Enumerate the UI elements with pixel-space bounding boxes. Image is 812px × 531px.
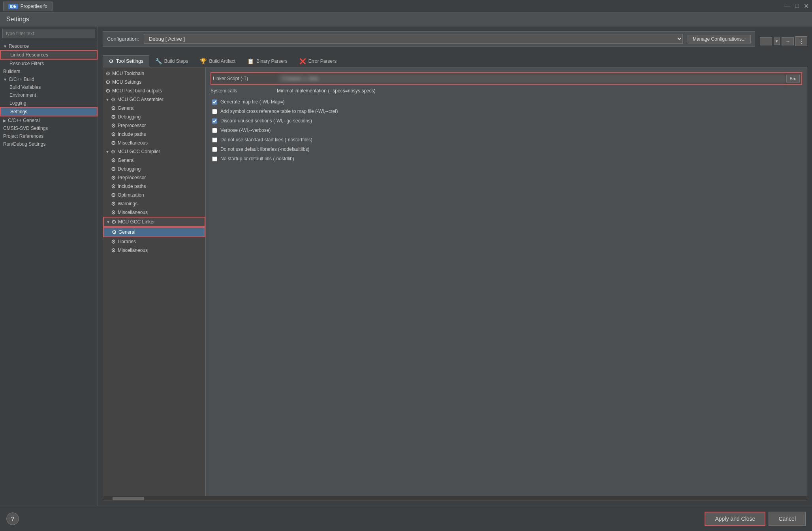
tool-tree-label: Include paths [118, 131, 146, 137]
tool-tree-assembler-miscellaneous[interactable]: ⚙ Miscellaneous [103, 139, 205, 147]
forward-button[interactable]: → [782, 37, 794, 45]
tab-build-steps[interactable]: 🔧 Build Steps [149, 55, 194, 67]
tab-tool-settings[interactable]: ⚙ Tool Settings [103, 55, 149, 68]
tool-tree-compiler-miscellaneous[interactable]: ⚙ Miscellaneous [103, 208, 205, 217]
tool-node-icon: ⚙ [111, 148, 116, 155]
sidebar-item-build-variables[interactable]: Build Variables [0, 83, 98, 91]
settings-menu-button[interactable]: ⋮ [795, 36, 807, 46]
sidebar-item-settings[interactable]: Settings [0, 107, 98, 116]
error-parsers-icon: ❌ [299, 58, 306, 64]
sidebar-item-project-references[interactable]: Project References [0, 132, 98, 140]
tool-tree-mcu-gcc-assembler[interactable]: ▼ ⚙ MCU GCC Assembler [103, 95, 205, 104]
tool-tree-assembler-general[interactable]: ⚙ General [103, 104, 205, 113]
no-start-files-checkbox[interactable] [212, 137, 217, 143]
sidebar-item-environment[interactable]: Environment [0, 91, 98, 99]
tool-tree-compiler-general[interactable]: ⚙ General [103, 156, 205, 165]
tool-tree-linker-miscellaneous[interactable]: ⚙ Miscellaneous [103, 246, 205, 255]
tool-node-icon: ⚙ [111, 140, 116, 146]
linker-script-browse-button[interactable]: Brc [786, 75, 800, 83]
tool-tree-compiler-optimization[interactable]: ⚙ Optimization [103, 191, 205, 199]
linker-script-input[interactable] [279, 75, 785, 83]
expand-arrow: ▼ [106, 220, 110, 224]
tool-tree-label: Optimization [118, 192, 144, 198]
tool-tree-mcu-post-build[interactable]: ⚙ MCU Post build outputs [103, 86, 205, 95]
close-button[interactable]: ✕ [804, 2, 809, 10]
add-symbol-label: Add symbol cross reference table to map … [220, 109, 338, 114]
sidebar-item-builders[interactable]: Builders [0, 68, 98, 75]
checkbox-no-startup-default-libs: No startup or default libs (-nostdlib) [211, 155, 802, 162]
tab-error-parsers[interactable]: ❌ Error Parsers [293, 55, 342, 67]
no-startup-default-libs-checkbox[interactable] [212, 156, 217, 161]
title-bar: IDE Properties fo — □ ✕ [0, 0, 812, 13]
tool-tree-assembler-preprocessor[interactable]: ⚙ Preprocessor [103, 121, 205, 130]
tool-tree-label: Miscellaneous [118, 210, 148, 215]
left-tree: ▼ Resource Linked Resources Resource Fil… [0, 41, 98, 506]
manage-configurations-button[interactable]: Manage Configurations... [688, 35, 751, 43]
apply-and-close-button[interactable]: Apply and Close [705, 512, 765, 526]
tab-label: Tool Settings [116, 58, 143, 64]
sidebar-item-cmsis-svd[interactable]: CMSIS-SVD Settings [0, 124, 98, 132]
discard-unused-checkbox[interactable] [212, 118, 217, 124]
checkbox-add-symbol: Add symbol cross reference table to map … [211, 108, 802, 115]
add-symbol-checkbox[interactable] [212, 109, 217, 114]
tool-tree-compiler-include-paths[interactable]: ⚙ Include paths [103, 182, 205, 191]
tab-build-artifact[interactable]: 🏆 Build Artifact [194, 55, 241, 67]
help-button[interactable]: ? [6, 512, 19, 525]
sidebar-item-linked-resources[interactable]: Linked Resources [0, 50, 98, 60]
sidebar-item-run-debug-settings[interactable]: Run/Debug Settings [0, 140, 98, 148]
footer-buttons: Apply and Close Cancel [705, 512, 806, 526]
tool-node-icon: ⚙ [111, 183, 116, 190]
verbose-checkbox[interactable] [212, 128, 217, 133]
sidebar-item-cppcpp-general[interactable]: ▶ C/C++ General [0, 116, 98, 124]
dialog-title: Settings [0, 13, 812, 26]
title-tab[interactable]: IDE Properties fo [3, 2, 53, 11]
tool-tree-linker-general[interactable]: ⚙ General [103, 227, 205, 237]
tool-tree-mcu-gcc-compiler[interactable]: ▼ ⚙ MCU GCC Compiler [103, 147, 205, 156]
sidebar-item-label: Environment [9, 92, 36, 98]
nav-menu-button[interactable]: ▾ [774, 38, 780, 45]
sidebar-item-resource-filters[interactable]: Resource Filters [0, 60, 98, 68]
back-button[interactable]: ← [760, 37, 772, 45]
sidebar-item-label: CMSIS-SVD Settings [3, 126, 48, 131]
tool-tree-assembler-debugging[interactable]: ⚙ Debugging [103, 113, 205, 121]
config-select[interactable]: Debug [ Active ] [144, 34, 683, 44]
tool-tree-label: MCU Settings [112, 79, 141, 85]
tool-tree-compiler-debugging[interactable]: ⚙ Debugging [103, 165, 205, 173]
horizontal-scrollbar[interactable] [103, 496, 807, 501]
tool-settings-tree: ⚙ MCU Toolchain ⚙ MCU Settings ⚙ MCU Pos… [103, 68, 206, 496]
sidebar-item-resource[interactable]: ▼ Resource [0, 42, 98, 50]
tool-node-icon: ⚙ [111, 114, 116, 120]
tool-tree-linker-libraries[interactable]: ⚙ Libraries [103, 237, 205, 246]
scroll-thumb[interactable] [113, 497, 144, 500]
no-default-libs-label: Do not use default libraries (-nodefault… [220, 146, 309, 152]
tool-tree-mcu-gcc-linker[interactable]: ▼ ⚙ MCU GCC Linker [103, 217, 205, 227]
sidebar-item-label: Settings [10, 109, 27, 114]
tool-tree-compiler-warnings[interactable]: ⚙ Warnings [103, 199, 205, 208]
tool-tree-label: Miscellaneous [118, 140, 148, 146]
tool-node-icon: ⚙ [111, 131, 116, 137]
tab-label: Error Parsers [308, 58, 336, 64]
tool-tree-label: General [118, 229, 135, 235]
tool-tree-compiler-preprocessor[interactable]: ⚙ Preprocessor [103, 173, 205, 182]
tool-tree-mcu-settings[interactable]: ⚙ MCU Settings [103, 78, 205, 86]
tool-tree-label: General [118, 105, 135, 111]
tool-tree-assembler-include-paths[interactable]: ⚙ Include paths [103, 130, 205, 139]
no-default-libs-checkbox[interactable] [212, 147, 217, 152]
cancel-button[interactable]: Cancel [769, 512, 806, 526]
tool-tree-mcu-toolchain[interactable]: ⚙ MCU Toolchain [103, 69, 205, 78]
sidebar-item-cppcpp-build[interactable]: ▼ C/C++ Build [0, 75, 98, 83]
tool-tree-label: Include paths [118, 184, 146, 189]
tool-tree-label: Preprocessor [118, 123, 146, 128]
minimize-button[interactable]: — [784, 2, 790, 10]
tool-node-icon: ⚙ [111, 238, 116, 245]
filter-input[interactable] [2, 29, 95, 38]
sidebar-item-logging[interactable]: Logging [0, 99, 98, 107]
tab-label: Build Artifact [209, 58, 235, 64]
tool-tree-label: Miscellaneous [118, 248, 148, 253]
checkbox-no-start-files: Do not use standard start files (-nostar… [211, 136, 802, 143]
maximize-button[interactable]: □ [795, 2, 799, 10]
gen-map-checkbox[interactable] [212, 99, 217, 105]
tab-binary-parsers[interactable]: 📋 Binary Parsers [241, 55, 293, 67]
tool-node-icon: ⚙ [111, 209, 116, 216]
tool-tree-label: Preprocessor [118, 175, 146, 180]
